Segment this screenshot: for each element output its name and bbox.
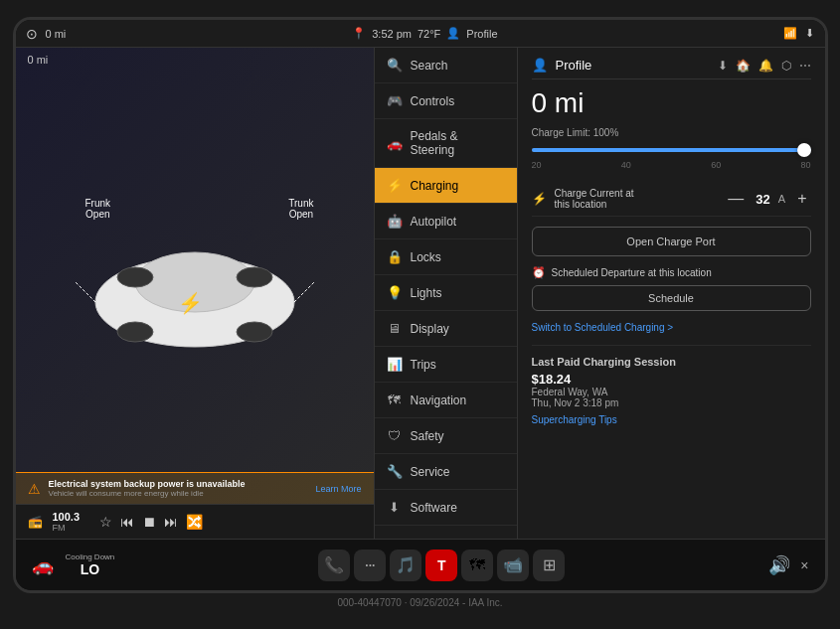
taskbar-center: 📞 ··· 🎵 T 🗺 📹 ⊞ [318,550,565,581]
car-top-info: 0 mi [16,48,374,72]
menu-item-autopilot[interactable]: 🤖 Autopilot [375,204,517,239]
status-time: 3:52 pm [372,28,412,40]
last-session-amount: $18.24 [532,372,811,387]
charge-slider-thumb[interactable] [797,143,811,157]
volume-icon[interactable]: 🔊 [768,554,790,576]
status-bar-left: ⊙ 0 mi [26,26,67,42]
charge-increase-button[interactable]: + [793,188,810,210]
menu-label-display: Display [411,322,449,336]
safety-icon: 🛡 [387,428,403,443]
mute-icon[interactable]: × [800,557,808,573]
last-session-location: Federal Way, WA [532,387,811,397]
menu-panel: 🔍 Search 🎮 Controls 🚗 Pedals & Steering … [374,48,518,539]
charge-value: 32 [756,192,769,207]
open-charge-port-button[interactable]: Open Charge Port [532,227,811,256]
temp-display[interactable]: Cooling Down LO [66,552,115,577]
warning-sub: Vehicle will consume more energy while i… [49,489,308,498]
autopilot-icon: 🤖 [387,214,403,229]
warning-bar: ⚠ Electrical system backup power is unav… [16,472,374,504]
charge-limit-section: Charge Limit: 100% 20 40 60 80 [532,127,811,170]
menu-label-software: Software [411,501,457,515]
tesla-logo-icon: T [437,557,446,573]
last-session-date: Thu, Nov 2 3:18 pm [532,397,811,408]
menu-item-service[interactable]: 🔧 Service [375,454,517,490]
controls-icon: 🎮 [387,93,403,108]
charge-mark-20: 20 [532,160,542,170]
stop-icon[interactable]: ⏹ [142,514,156,530]
camera-app[interactable]: 📹 [497,550,529,581]
apps-button[interactable]: ⊞ [533,550,565,581]
music-taskbar-icon: 🎵 [396,555,416,574]
panel-header-icon: 👤 [532,58,548,73]
menu-item-trips[interactable]: 📊 Trips [375,347,517,383]
search-icon: 🔍 [387,58,403,73]
menu-label-controls: Controls [411,94,455,108]
menu-item-navigation[interactable]: 🗺 Navigation [375,383,517,418]
phone-app[interactable]: 📞 [318,550,350,581]
dots-app[interactable]: ··· [354,550,386,581]
scheduled-section: ⏰ Scheduled Departure at this location S… [532,266,811,346]
status-bar-center: 📍 3:52 pm 72°F 👤 Profile [352,27,497,40]
charging-panel: 👤 Profile ⬇ 🏠 🔔 ⬡ ⋯ 0 mi Charge Limit: 1… [518,48,825,539]
tesla-app[interactable]: T [425,550,457,581]
charge-slider-track [532,148,811,152]
car-icon: 🚗 [32,554,54,576]
menu-item-lights[interactable]: 💡 Lights [375,275,517,311]
shuffle-icon[interactable]: 🔀 [186,514,203,530]
phone-icon: 📞 [324,555,344,574]
music-source-icon: 📻 [28,515,43,529]
car-svg: ⚡ [56,203,334,362]
charge-current-icon: ⚡ [532,192,547,206]
status-temp: 72°F [418,28,440,40]
menu-label-charging: Charging [411,179,459,193]
charge-current-section: ⚡ Charge Current atthis location — 32 A … [532,182,811,217]
dots-icon: ··· [365,558,375,572]
switch-to-charging-link[interactable]: Switch to Scheduled Charging > [532,322,674,333]
charge-scale: 20 40 60 80 [532,160,811,170]
next-track-icon[interactable]: ⏭ [164,514,178,530]
car-icon-taskbar[interactable]: 🚗 [32,554,54,576]
svg-point-3 [237,322,272,342]
warning-icon: ⚠ [28,481,41,497]
odometer: 0 mi [532,87,811,119]
temp-sub-label: Cooling Down [66,552,115,561]
charging-icon: ⚡ [387,178,403,193]
favorite-icon[interactable]: ☆ [99,514,112,530]
supercharging-tips-link[interactable]: Supercharging Tips [532,414,811,425]
panel-header: 👤 Profile ⬇ 🏠 🔔 ⬡ ⋯ [532,58,811,79]
menu-item-software[interactable]: ⬇ Software [375,490,517,526]
prev-track-icon[interactable]: ⏮ [120,514,134,530]
status-bar-right: 📶 ⬇ [783,27,814,40]
last-session-title: Last Paid Charging Session [532,356,811,368]
music-app[interactable]: 🎵 [390,550,421,581]
apps-grid-icon: ⊞ [543,555,556,574]
more-icon-panel: ⋯ [799,59,811,73]
menu-item-locks[interactable]: 🔒 Locks [375,239,517,275]
charge-decrease-button[interactable]: — [724,188,748,210]
charge-slider-container[interactable] [532,142,811,158]
learn-more-link[interactable]: Learn More [315,484,361,494]
menu-item-controls[interactable]: 🎮 Controls [375,83,517,119]
wifi-icon: 📶 [783,27,797,40]
bluetooth-icon-panel: ⬡ [781,59,791,73]
menu-item-search[interactable]: 🔍 Search [375,48,517,83]
menu-label-pedals: Pedals & Steering [411,129,505,157]
menu-item-display[interactable]: 🖥 Display [375,311,517,347]
menu-label-lights: Lights [411,286,442,300]
schedule-button[interactable]: Schedule [532,285,811,311]
svg-text:⚡: ⚡ [177,291,202,315]
last-session: Last Paid Charging Session $18.24 Federa… [532,356,811,425]
music-type: FM [53,523,81,533]
download-icon-panel: ⬇ [718,59,728,73]
menu-item-pedals[interactable]: 🚗 Pedals & Steering [375,119,517,168]
map-pin-icon: 📍 [352,27,366,40]
pedals-icon: 🚗 [387,136,403,151]
map-app[interactable]: 🗺 [461,550,493,581]
display-icon: 🖥 [387,321,403,336]
service-icon: 🔧 [387,464,403,479]
warning-title: Electrical system backup power is unavai… [49,479,308,489]
menu-item-safety[interactable]: 🛡 Safety [375,418,517,454]
taskbar-right: 🔊 × [768,554,808,576]
map-taskbar-icon: 🗺 [469,556,485,574]
menu-item-charging[interactable]: ⚡ Charging [375,168,517,204]
